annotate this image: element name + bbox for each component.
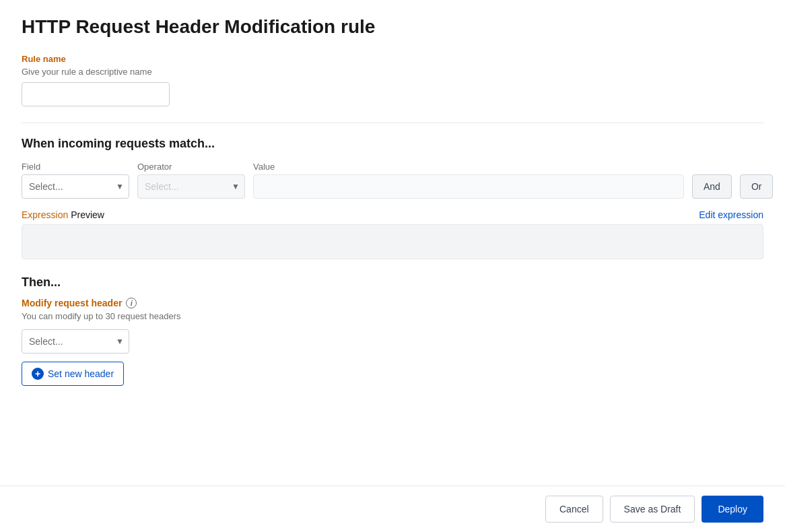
- expression-preview-box: [22, 224, 763, 259]
- when-heading: When incoming requests match...: [22, 137, 763, 151]
- field-select[interactable]: Select...: [22, 174, 129, 199]
- info-icon[interactable]: i: [126, 298, 137, 308]
- and-button[interactable]: And: [692, 174, 732, 199]
- action-select-wrapper: Select... ▼: [22, 329, 129, 354]
- operator-select[interactable]: Select...: [137, 174, 245, 199]
- expression-header: Expression Preview Edit expression: [22, 209, 763, 220]
- expression-label-normal: Preview: [68, 209, 104, 220]
- set-new-header-label: Set new header: [48, 368, 114, 379]
- edit-expression-link[interactable]: Edit expression: [699, 209, 763, 220]
- page-title: HTTP Request Header Modification rule: [22, 16, 763, 38]
- when-section: When incoming requests match... Field Se…: [22, 137, 763, 259]
- value-label: Value: [253, 162, 684, 172]
- field-group: Field Select... ▼: [22, 162, 129, 199]
- modify-header-text: Modify request header: [22, 298, 122, 308]
- footer-actions: Cancel Save as Draft Deploy: [0, 486, 785, 532]
- cancel-button[interactable]: Cancel: [545, 496, 603, 523]
- deploy-button[interactable]: Deploy: [702, 496, 763, 523]
- value-input[interactable]: [253, 174, 684, 199]
- rule-name-hint: Give your rule a descriptive name: [22, 67, 763, 77]
- operator-label: Operator: [137, 162, 245, 172]
- rule-name-input[interactable]: [22, 82, 170, 106]
- field-label: Field: [22, 162, 129, 172]
- or-button[interactable]: Or: [740, 174, 774, 199]
- section-divider: [22, 123, 763, 123]
- operator-group: Operator Select... ▼: [137, 162, 245, 199]
- modify-hint: You can modify up to 30 request headers: [22, 311, 763, 321]
- rule-name-label: Rule name: [22, 54, 763, 64]
- modify-header-label: Modify request header i: [22, 298, 763, 308]
- condition-fields-row: Field Select... ▼ Operator Select... ▼: [22, 162, 763, 199]
- field-select-wrapper: Select... ▼: [22, 174, 129, 199]
- operator-select-wrapper: Select... ▼: [137, 174, 245, 199]
- expression-label-highlight: Expression: [22, 209, 68, 220]
- value-group: Value: [253, 162, 684, 199]
- save-draft-button[interactable]: Save as Draft: [610, 496, 695, 523]
- then-heading: Then...: [22, 275, 763, 290]
- set-new-header-button[interactable]: + Set new header: [22, 362, 124, 386]
- expression-label: Expression Preview: [22, 209, 104, 220]
- plus-circle-icon: +: [32, 368, 44, 380]
- action-select[interactable]: Select...: [22, 329, 129, 354]
- then-section: Then... Modify request header i You can …: [22, 275, 763, 386]
- expression-section: Expression Preview Edit expression: [22, 209, 763, 259]
- rule-name-section: Rule name Give your rule a descriptive n…: [22, 54, 763, 106]
